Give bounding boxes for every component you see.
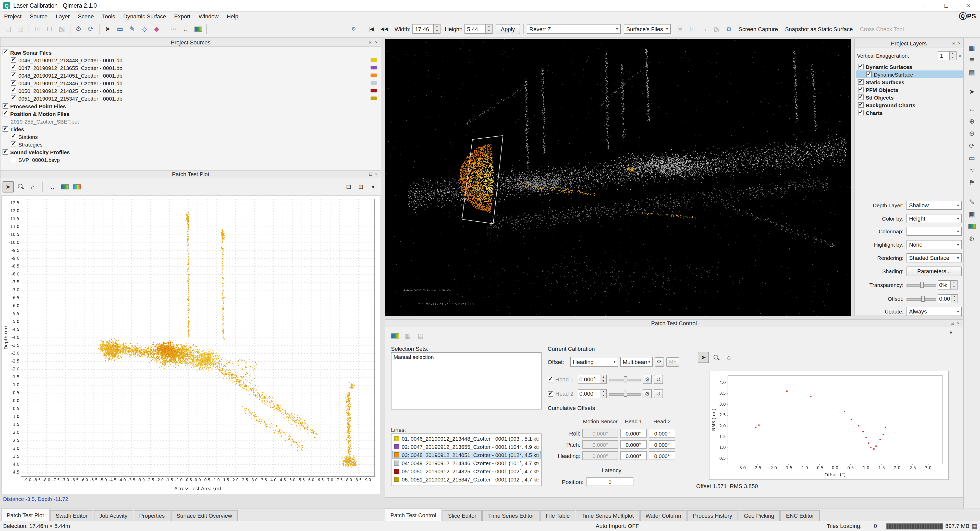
item-checkbox[interactable] xyxy=(3,111,8,116)
selection-sets-list[interactable]: Manual selection xyxy=(391,352,542,410)
height-spinner[interactable]: 5.44 ▴▾ xyxy=(465,24,493,34)
roll-head2-value[interactable]: 0.000° xyxy=(649,429,675,438)
settings-icon[interactable]: ⚙ xyxy=(966,233,978,244)
offset-slider[interactable] xyxy=(907,295,936,302)
maximize-button[interactable]: □ xyxy=(935,0,958,11)
color-by-combo[interactable]: Height ▾ xyxy=(907,214,962,223)
menu-item[interactable]: Window xyxy=(194,12,223,21)
home-view-icon[interactable]: ⌂ xyxy=(27,181,38,192)
beam-combo[interactable]: Multibeam ▾ xyxy=(620,357,653,367)
item-checkbox[interactable] xyxy=(858,94,864,100)
center-dock-tab[interactable]: ENC Editor xyxy=(780,510,820,521)
head-reset-button[interactable]: ↺ xyxy=(654,389,663,398)
menu-item[interactable]: Help xyxy=(223,12,242,21)
line-item[interactable]: 03: 0048_20190912_214051_Czotter - 0001 … xyxy=(392,451,541,459)
zoom-icon[interactable] xyxy=(711,352,722,363)
tree-item[interactable]: Position & Motion Files xyxy=(0,110,381,118)
crosshair-icon[interactable]: ⊠ xyxy=(674,23,686,35)
close-panel-icon[interactable]: × xyxy=(957,321,959,326)
head-offset-slider[interactable] xyxy=(609,376,641,383)
tree-item[interactable]: Charts xyxy=(856,109,963,116)
screen-capture-button[interactable]: Screen Capture xyxy=(738,26,778,32)
selection-set-item[interactable]: Manual selection xyxy=(391,353,541,361)
menu-item[interactable]: Source xyxy=(26,12,52,21)
head-enable-checkbox[interactable] xyxy=(548,391,553,397)
item-checkbox[interactable] xyxy=(3,103,8,109)
item-checkbox[interactable] xyxy=(11,80,16,86)
head-offset-spinner[interactable]: 0.000° ▴▾ xyxy=(578,389,607,398)
head-offset-spinner[interactable]: 0.000° ▴▾ xyxy=(578,375,607,384)
patch-test-plot-header[interactable]: Patch Test Plot ⊡ × xyxy=(0,170,381,178)
colormap-icon[interactable] xyxy=(390,330,401,341)
item-checkbox[interactable] xyxy=(11,134,16,139)
left-dock-tab[interactable]: Job Activity xyxy=(94,510,133,521)
save-project-icon[interactable]: ▦ xyxy=(14,23,27,35)
point-size-icon[interactable]: ‥ xyxy=(180,23,192,35)
fast-rewind-icon[interactable]: ◀◀ xyxy=(378,23,390,35)
spinner-arrows[interactable]: ▴▾ xyxy=(600,389,607,398)
line-item[interactable]: 04: 0049_20190912_214346_Czotter - 0001 … xyxy=(392,459,541,467)
update-combo[interactable]: Always ▾ xyxy=(907,307,962,316)
close-panel-icon[interactable]: × xyxy=(375,172,378,177)
vertical-exaggeration-spinner[interactable]: 1 ▴▾ xyxy=(937,51,956,60)
project-sources-header[interactable]: Project Sources ⊡ × xyxy=(0,38,381,47)
item-checkbox[interactable] xyxy=(858,102,864,108)
center-dock-tab[interactable]: Water Column xyxy=(640,510,687,521)
spinner-arrows[interactable]: ▴▾ xyxy=(434,24,441,34)
tree-item[interactable]: SVP_00001.bsvp xyxy=(0,156,381,163)
add-grid-icon[interactable]: ▧ xyxy=(56,23,68,35)
lines-list[interactable]: 01: 0046_20190912_213448_Czotter - 0001 … xyxy=(391,434,542,486)
float-panel-icon[interactable]: ⊡ xyxy=(951,41,955,46)
zoom-in-icon[interactable]: ⊕ xyxy=(966,115,978,127)
head-enable-checkbox[interactable] xyxy=(548,376,553,382)
collapse-chevron-icon[interactable]: ▾ xyxy=(368,181,379,192)
slice-tool-icon[interactable]: ≈ xyxy=(966,164,978,175)
report-icon[interactable]: ▤ xyxy=(415,330,426,341)
menu-item[interactable]: Project xyxy=(0,12,26,21)
head-offset-slider[interactable] xyxy=(609,390,641,397)
patch-test-plot-canvas[interactable] xyxy=(1,196,380,494)
line-item[interactable]: 02: 0047_20190912_213655_Czotter - 0001 … xyxy=(392,443,541,451)
center-dock-tab[interactable]: Geo Picking xyxy=(738,510,780,521)
tree-item[interactable]: Background Charts xyxy=(856,101,963,109)
home-view-icon[interactable]: ⌂ xyxy=(723,352,735,363)
snapshot-static-surface-button[interactable]: Snapshot as Static Surface xyxy=(785,26,853,32)
point-size-icon[interactable]: ‥ xyxy=(47,181,58,192)
zoom-out-icon[interactable]: ⊖ xyxy=(966,128,978,139)
profile-view-icon[interactable]: ▤ xyxy=(966,66,978,78)
item-checkbox[interactable] xyxy=(3,149,8,155)
select-cursor-icon[interactable]: ➤ xyxy=(3,181,14,192)
select-rectangle-icon[interactable]: ▭ xyxy=(114,23,126,35)
spinner-arrows[interactable]: ▴▾ xyxy=(600,375,607,384)
tree-item[interactable]: 0046_20190912_213448_Czotter - 0001.db xyxy=(0,56,381,64)
head-reset-button[interactable]: ↺ xyxy=(654,375,663,384)
refresh-calibration-button[interactable]: ⟳ xyxy=(655,357,664,366)
item-checkbox[interactable] xyxy=(858,79,864,85)
fit-view-icon[interactable]: ▧ xyxy=(711,23,723,35)
spinner-arrows[interactable]: ▴▾ xyxy=(486,24,493,34)
zoom-icon[interactable] xyxy=(15,181,26,192)
item-checkbox[interactable] xyxy=(866,72,872,77)
tree-item[interactable]: DynamicSurface xyxy=(856,70,963,78)
highlight-by-combo[interactable]: None ▾ xyxy=(907,240,962,249)
tree-item[interactable]: Dynamic Surfaces xyxy=(856,63,963,70)
tree-item[interactable]: 0051_20190912_215347_Czotter - 0001.db xyxy=(0,94,381,102)
item-checkbox[interactable] xyxy=(3,126,8,132)
float-panel-icon[interactable]: ⊡ xyxy=(369,172,372,177)
depth-layer-combo[interactable]: Shallow ▾ xyxy=(907,201,962,210)
item-checkbox[interactable] xyxy=(11,57,16,63)
camera-icon[interactable]: ▣ xyxy=(966,208,978,220)
roll-head1-value[interactable]: 0.000° xyxy=(620,429,647,438)
tree-item[interactable]: 2019-255_Czotter_SBET.out xyxy=(0,118,381,125)
axis-options-icon[interactable]: ⊞ xyxy=(355,181,366,192)
transparency-spinner[interactable]: 0% ▴▾ xyxy=(938,280,958,290)
item-checkbox[interactable] xyxy=(858,64,864,69)
spinner-arrows[interactable]: ▴▾ xyxy=(952,294,958,303)
line-item[interactable]: 05: 0050_20190912_214825_Czotter - 0001 … xyxy=(392,467,541,475)
capture-settings-icon[interactable]: ⚙ xyxy=(723,23,735,35)
item-checkbox[interactable] xyxy=(858,87,864,92)
left-dock-tab[interactable]: Patch Test Plot xyxy=(1,509,49,521)
item-checkbox[interactable] xyxy=(11,96,16,101)
select-polygon-icon[interactable]: ◇ xyxy=(138,23,151,35)
left-dock-tab[interactable]: Surface Edit Overview xyxy=(171,510,238,521)
